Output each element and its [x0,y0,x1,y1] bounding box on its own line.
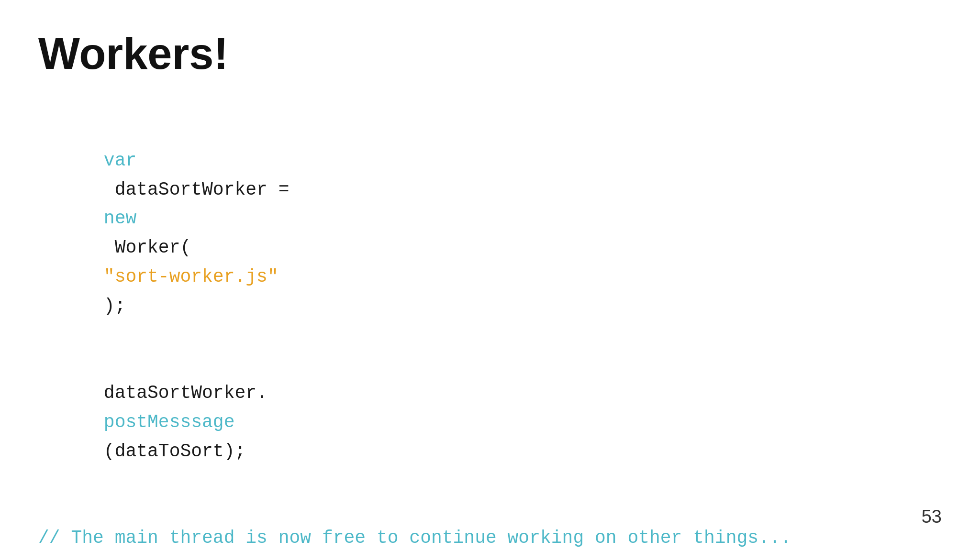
code-line-1: var dataSortWorker = new Worker( "sort-w… [38,117,942,350]
spacer-1 [38,495,942,524]
page-number: 53 [922,507,942,527]
code-line-comment: // The main thread is now free to contin… [38,524,942,551]
code-mid-1: dataSortWorker = [104,179,300,200]
string-sort-worker: "sort-worker.js" [104,266,278,287]
code-end-2: (dataToSort); [104,441,245,462]
slide-title: Workers! [38,29,942,79]
code-start-2: dataSortWorker. [104,383,267,403]
code-line-2: dataSortWorker. postMesssage (dataToSort… [38,350,942,495]
keyword-new-1: new [104,208,136,229]
keyword-var-1: var [104,150,136,171]
code-block: var dataSortWorker = new Worker( "sort-w… [38,117,942,551]
code-end-1: ); [104,296,126,316]
method-postmessage: postMesssage [104,412,235,432]
slide-container: Workers! var dataSortWorker = new Worker… [0,0,980,551]
code-worker-1: Worker( [104,237,191,258]
